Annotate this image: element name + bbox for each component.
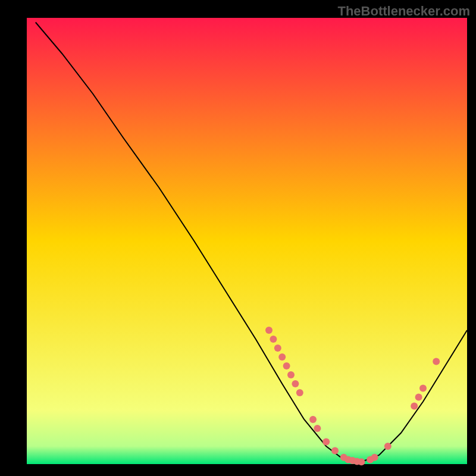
- data-point: [384, 443, 392, 450]
- chart-container: TheBottlenecker.com: [0, 0, 476, 476]
- data-point: [322, 439, 330, 446]
- chart-svg: [0, 0, 476, 476]
- data-point: [433, 358, 440, 365]
- watermark-text: TheBottlenecker.com: [337, 4, 470, 19]
- plot-background: [27, 18, 467, 464]
- data-point: [296, 389, 303, 396]
- data-point: [419, 385, 427, 392]
- data-point: [331, 447, 339, 455]
- data-point: [270, 336, 277, 343]
- data-point: [287, 371, 295, 378]
- data-point: [283, 362, 290, 369]
- data-point: [274, 345, 281, 352]
- data-point: [314, 425, 321, 432]
- data-point: [278, 353, 286, 361]
- data-point: [265, 327, 273, 334]
- data-point: [292, 380, 299, 387]
- data-point: [358, 458, 365, 465]
- data-point: [309, 416, 317, 423]
- data-point: [411, 403, 418, 410]
- data-point: [415, 394, 422, 401]
- data-point: [371, 454, 378, 461]
